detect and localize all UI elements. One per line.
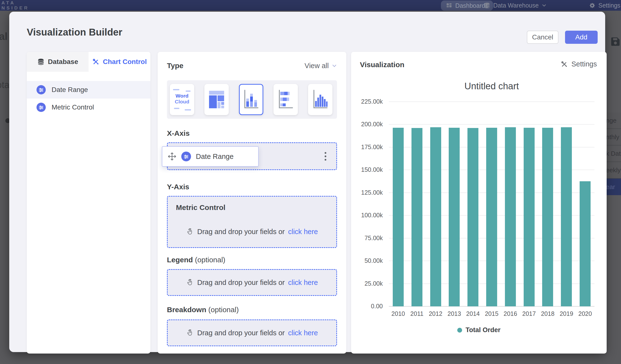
background-partial-text-2: ota xyxy=(0,80,10,92)
background-dropdown-item: nthly xyxy=(605,129,621,145)
chart-type-selector: Word Cloud xyxy=(167,80,337,119)
y-axis-tick-label: 125.00k xyxy=(351,189,383,196)
chart-builder-panel: Type View all Word Cloud xyxy=(158,52,346,354)
database-icon xyxy=(484,2,490,9)
bar-2019 xyxy=(561,127,572,306)
fields-panel-tabs: Database Chart Control xyxy=(27,52,150,72)
x-axis-tick-label: 2012 xyxy=(426,310,445,317)
view-all-label: View all xyxy=(305,62,329,70)
bar-2017 xyxy=(524,128,535,306)
add-button[interactable]: Add xyxy=(565,31,598,44)
tab-chart-control[interactable]: Chart Control xyxy=(88,52,150,72)
type-section-label: Type xyxy=(167,62,184,70)
plot-area xyxy=(389,102,594,306)
chart-type-histogram[interactable] xyxy=(308,84,332,115)
nav-settings-label: Settings xyxy=(598,2,620,9)
gridline xyxy=(389,124,594,124)
bar-2014 xyxy=(467,128,478,306)
legend-section-label: Legend (optional) xyxy=(167,256,225,264)
nav-item-settings: Settings xyxy=(589,0,621,11)
x-axis-tick-label: 2011 xyxy=(408,310,426,317)
drop-hint-text: Drag and drop your fields or xyxy=(197,329,285,337)
x-axis-section-label: X-Axis xyxy=(167,129,190,138)
field-label: Date Range xyxy=(52,86,88,94)
background-dropdown-item: ear xyxy=(605,179,621,195)
bar-2010 xyxy=(393,128,404,306)
gridline xyxy=(389,102,594,102)
breakdown-section-label: Breakdown (optional) xyxy=(167,306,239,314)
gear-icon xyxy=(589,2,595,9)
drop-hint-text: Drag and drop your fields or xyxy=(197,228,285,236)
bar-2018 xyxy=(542,128,553,306)
legend-label: Total Order xyxy=(466,326,500,334)
visualization-builder-modal: Visualization Builder Cancel Add Databas… xyxy=(9,12,605,352)
background-dropdown-item: nge xyxy=(605,112,621,129)
kebab-menu-icon[interactable] xyxy=(321,151,329,162)
sliders-icon xyxy=(36,85,46,94)
tab-database[interactable]: Database xyxy=(27,52,88,72)
logo-line1: ATA xyxy=(1,0,29,5)
bar-2016 xyxy=(505,127,516,306)
y-axis-tick-label: 75.00k xyxy=(351,235,383,242)
y-axis-tick-label: 25.00k xyxy=(351,280,383,287)
control-fields-list: Date Range Metric Control xyxy=(27,81,150,116)
field-metric-control[interactable]: Metric Control xyxy=(27,99,150,116)
y-axis-tick-label: 150.00k xyxy=(351,166,383,173)
x-axis-tick-label: 2019 xyxy=(557,310,576,317)
stacked-bar-thumbnail xyxy=(277,88,294,111)
top-nav-bar: ATA NSIDER Dashboards Data Warehouse Set… xyxy=(0,0,621,11)
background-dropdown-item: k Date xyxy=(605,145,621,162)
chip-label: Date Range xyxy=(196,153,234,161)
chart-type-word-cloud[interactable]: Word Cloud xyxy=(170,84,194,115)
y-axis-tick-label: 100.00k xyxy=(351,212,383,219)
bar-2013 xyxy=(449,128,460,306)
y-axis-dropzone[interactable]: Metric Control Drag and drop your fields… xyxy=(167,196,337,248)
bar-2015 xyxy=(486,128,497,306)
breakdown-dropzone[interactable]: Drag and drop your fields or click here xyxy=(167,319,337,346)
histogram-thumbnail xyxy=(312,88,328,111)
background-partial-text-1: al xyxy=(0,31,10,43)
chart-type-stacked-bar[interactable] xyxy=(274,84,298,115)
nav-data-warehouse-label: Data Warehouse xyxy=(493,2,539,9)
nav-item-data-warehouse: Data Warehouse xyxy=(484,0,547,11)
dashboards-grid-icon xyxy=(446,2,452,9)
database-icon xyxy=(37,58,45,66)
visualization-panel: Visualization Settings Untitled chart 0.… xyxy=(351,52,607,354)
drop-hint-text: Drag and drop your fields or xyxy=(197,278,285,287)
legend-marker xyxy=(457,328,462,333)
tap-hand-icon xyxy=(186,329,194,337)
field-date-range[interactable]: Date Range xyxy=(27,81,150,99)
legend-dropzone[interactable]: Drag and drop your fields or click here xyxy=(167,269,337,296)
metric-control-group-title: Metric Control xyxy=(176,203,225,212)
background-dropdown-item: eekly xyxy=(605,162,621,179)
treemap-thumbnail xyxy=(208,88,224,111)
sliders-icon xyxy=(36,103,46,112)
click-here-link[interactable]: click here xyxy=(288,278,318,287)
y-axis-tick-label: 50.00k xyxy=(351,257,383,264)
click-here-link[interactable]: click here xyxy=(288,228,318,236)
y-axis-tick-label: 200.00k xyxy=(351,121,383,128)
x-axis-tick-label: 2016 xyxy=(501,310,520,317)
x-axis-tick-label: 2010 xyxy=(389,310,408,317)
chevron-down-icon xyxy=(332,63,337,68)
move-icon xyxy=(168,152,176,161)
logo-line2: NSIDER xyxy=(1,5,29,10)
bar-2011 xyxy=(412,128,422,306)
y-axis-tick-label: 225.00k xyxy=(351,98,383,105)
click-here-link[interactable]: click here xyxy=(288,329,318,337)
chart-type-treemap[interactable] xyxy=(204,84,229,115)
tools-icon xyxy=(92,58,100,66)
x-axis-tick-label: 2018 xyxy=(538,310,557,317)
x-axis-tick-label: 2017 xyxy=(520,310,538,317)
chart-type-stacked-column[interactable] xyxy=(239,84,263,115)
stacked-column-thumbnail xyxy=(243,88,259,111)
chart-area: 0.0025.00k50.00k75.00k100.00k125.00k150.… xyxy=(351,52,607,354)
field-label: Metric Control xyxy=(52,104,94,111)
date-range-chip[interactable]: Date Range xyxy=(162,146,259,167)
save-icon xyxy=(610,36,621,47)
cancel-button[interactable]: Cancel xyxy=(527,31,558,44)
y-axis-tick-label: 175.00k xyxy=(351,144,383,151)
view-all-dropdown[interactable]: View all xyxy=(305,62,337,70)
chevron-down-icon xyxy=(542,3,547,8)
tap-hand-icon xyxy=(186,228,194,236)
